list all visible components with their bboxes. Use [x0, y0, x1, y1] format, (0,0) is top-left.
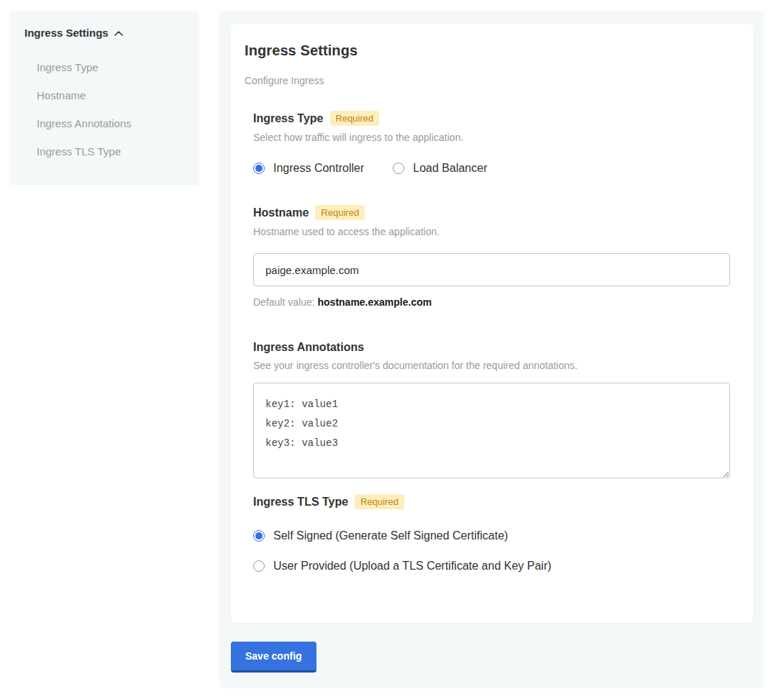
field-ingress-tls-type: Ingress TLS Type Required Self Signed (G… [253, 494, 730, 573]
field-ingress-type: Ingress Type Required Select how traffic… [253, 111, 730, 175]
radio-selected-icon[interactable] [253, 530, 265, 542]
hostname-input[interactable] [253, 253, 730, 286]
ingress-type-label: Ingress Type [253, 112, 324, 125]
radio-load-balancer[interactable]: Load Balancer [393, 162, 487, 175]
field-hostname: Hostname Required Hostname used to acces… [253, 205, 730, 308]
required-badge: Required [330, 111, 380, 126]
config-main-panel: Ingress Settings Configure Ingress Ingre… [219, 11, 765, 688]
sidebar-group-label: Ingress Settings [24, 27, 109, 39]
ingress-annotations-help: See your ingress controller's documentat… [253, 360, 730, 371]
radio-self-signed[interactable]: Self Signed (Generate Self Signed Certif… [253, 529, 730, 542]
ingress-tls-type-options: Self Signed (Generate Self Signed Certif… [253, 529, 730, 573]
radio-selected-icon[interactable] [253, 163, 265, 174]
radio-ingress-controller-label: Ingress Controller [273, 162, 364, 175]
fields-container: Ingress Type Required Select how traffic… [253, 111, 730, 573]
default-value-prefix: Default value: [253, 296, 315, 308]
sidebar-item-hostname[interactable]: Hostname [37, 81, 185, 109]
default-value-text: hostname.example.com [318, 296, 432, 308]
chevron-up-icon [114, 30, 123, 36]
radio-load-balancer-label: Load Balancer [413, 162, 487, 175]
ingress-type-help: Select how traffic will ingress to the a… [253, 132, 730, 143]
sidebar-group-ingress-settings[interactable]: Ingress Settings [24, 27, 185, 39]
ingress-annotations-textarea[interactable]: key1: value1 key2: value2 key3: value3 [253, 383, 730, 478]
required-badge: Required [315, 205, 365, 220]
radio-user-provided-label: User Provided (Upload a TLS Certificate … [273, 560, 552, 573]
radio-unselected-icon[interactable] [393, 163, 404, 174]
save-config-button[interactable]: Save config [231, 642, 316, 673]
radio-ingress-controller[interactable]: Ingress Controller [253, 162, 364, 175]
page-subtitle: Configure Ingress [245, 75, 730, 86]
hostname-default-value: Default value: hostname.example.com [253, 296, 730, 308]
sidebar-item-ingress-tls-type[interactable]: Ingress TLS Type [37, 137, 185, 165]
radio-unselected-icon[interactable] [253, 560, 265, 572]
radio-user-provided[interactable]: User Provided (Upload a TLS Certificate … [253, 560, 730, 573]
page-title: Ingress Settings [245, 42, 730, 59]
ingress-annotations-label: Ingress Annotations [253, 341, 364, 354]
radio-self-signed-label: Self Signed (Generate Self Signed Certif… [273, 529, 508, 542]
field-ingress-annotations: Ingress Annotations See your ingress con… [253, 341, 730, 478]
page-layout: Ingress Settings Ingress Type Hostname I… [0, 0, 784, 697]
sidebar-item-ingress-annotations[interactable]: Ingress Annotations [37, 109, 185, 137]
ingress-tls-type-label: Ingress TLS Type [253, 496, 348, 509]
hostname-label: Hostname [253, 206, 309, 219]
sidebar-items: Ingress Type Hostname Ingress Annotation… [24, 53, 185, 165]
required-badge: Required [355, 494, 404, 509]
hostname-help: Hostname used to access the application. [253, 226, 730, 237]
sidebar-item-ingress-type[interactable]: Ingress Type [37, 53, 185, 81]
ingress-settings-card: Ingress Settings Configure Ingress Ingre… [231, 24, 753, 623]
ingress-type-options: Ingress Controller Load Balancer [253, 162, 730, 175]
config-sidebar: Ingress Settings Ingress Type Hostname I… [9, 11, 199, 186]
